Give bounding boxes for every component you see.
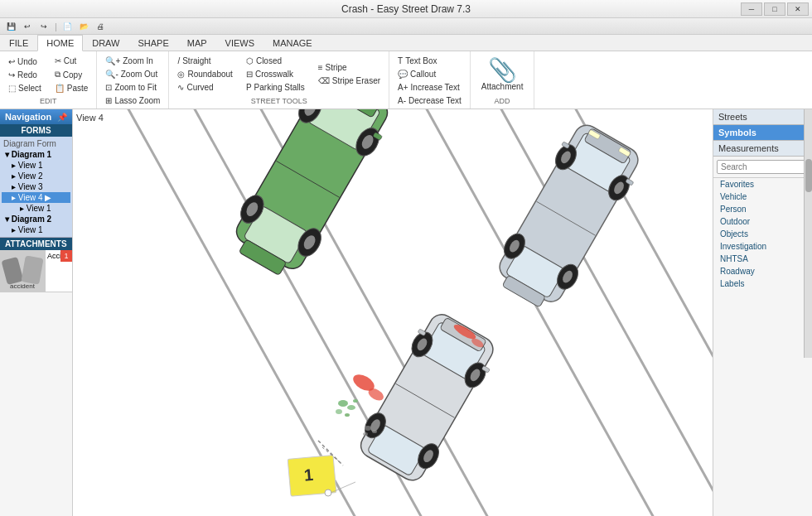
attachment-badge: 1 [60, 250, 72, 262]
diagram-tree: Diagram Form ▾ Diagram 1 ▸ View 1 ▸ View… [0, 137, 72, 237]
svg-point-68 [353, 399, 358, 403]
canvas-area[interactable]: View 4 [73, 109, 713, 516]
diagram-svg[interactable]: 1 [73, 109, 713, 516]
btn-attachment[interactable]: 📎 Attachment [476, 55, 529, 95]
qa-redo[interactable]: ↪ [36, 20, 51, 33]
svg-point-69 [345, 413, 350, 417]
cat-labels[interactable]: Labels [713, 277, 812, 290]
attachments-section: ATTACHMENTS accident AccidentCropp... [0, 238, 72, 516]
ribbon-group-street-tools: /Straight ◎Roundabout ∿Curved ⬡Closed ⊟C… [169, 51, 389, 109]
tab-home[interactable]: HOME [37, 35, 83, 51]
ribbon-group-edit: ↩Undo ↪Redo ⬚Select ✂Cut ⧉Copy 📋Paste ED… [0, 51, 97, 109]
main-area: Navigation 📌 FORMS Diagram Form ▾ Diagra… [0, 109, 812, 516]
btn-curved[interactable]: ∿Curved [174, 81, 236, 94]
btn-lasso-zoom[interactable]: ⊞Lasso Zoom [102, 94, 163, 107]
btn-parking-stalls[interactable]: PParking Stalls [243, 81, 308, 94]
cat-objects[interactable]: Objects [713, 228, 812, 240]
tree-view3-d1[interactable]: ▸ View 3 [2, 181, 70, 192]
tab-manage[interactable]: MANAGE [263, 35, 321, 51]
ribbon-group-add: 📎 Attachment ADD [471, 51, 535, 109]
tree-view1-d2[interactable]: ▸ View 1 [2, 224, 70, 235]
tree-view1-v4[interactable]: ▸ View 1 [2, 203, 70, 214]
diagram-form-label: Diagram Form [2, 138, 70, 149]
tree-diagram1[interactable]: ▾ Diagram 1 [2, 149, 70, 160]
btn-cut[interactable]: ✂Cut [51, 55, 92, 67]
btn-zoom-out[interactable]: 🔍-Zoom Out [102, 68, 163, 80]
btn-roundabout[interactable]: ◎Roundabout [174, 68, 236, 80]
btn-copy[interactable]: ⧉Copy [51, 68, 92, 81]
edit-group-label: EDIT [40, 95, 57, 105]
ribbon-group-view: 🔍+Zoom In 🔍-Zoom Out ⊡Zoom to Fit ⊞Lasso… [97, 51, 169, 109]
close-button[interactable]: ✕ [787, 2, 809, 16]
left-panel: Navigation 📌 FORMS Diagram Form ▾ Diagra… [0, 109, 73, 516]
tab-draw[interactable]: DRAW [83, 35, 128, 51]
view-label: View 4 [76, 113, 104, 123]
svg-text:1: 1 [303, 465, 314, 485]
tab-measurements[interactable]: Measurements [713, 141, 812, 157]
cat-outdoor[interactable]: Outdoor [713, 215, 812, 228]
tab-streets[interactable]: Streets [713, 109, 812, 125]
btn-select[interactable]: ⬚Select [5, 82, 45, 94]
cat-vehicle[interactable]: Vehicle [713, 190, 812, 203]
forms-section: FORMS Diagram Form ▾ Diagram 1 ▸ View 1 … [0, 124, 72, 238]
attachment-name: AccidentCropp... [46, 250, 60, 292]
btn-zoom-fit[interactable]: ⊡Zoom to Fit [102, 81, 163, 94]
minimize-button[interactable]: ─ [741, 2, 762, 16]
window-controls: ─ □ ✕ [741, 2, 809, 16]
navigation-header: Navigation 📌 [0, 109, 72, 124]
tab-views[interactable]: VIEWS [216, 35, 263, 51]
svg-text:accident: accident [10, 282, 36, 290]
nav-pin[interactable]: 📌 [57, 113, 67, 122]
cat-person[interactable]: Person [713, 203, 812, 215]
app-title: Crash - Easy Street Draw 7.3 [341, 3, 471, 15]
scrollbar-thumb[interactable] [805, 159, 812, 192]
cat-investigation[interactable]: Investigation [713, 240, 812, 253]
symbols-search [713, 157, 812, 178]
svg-point-66 [347, 405, 355, 410]
attachment-item[interactable]: accident AccidentCropp... 1 [0, 250, 72, 292]
svg-point-67 [336, 409, 342, 414]
btn-crosswalk[interactable]: ⊟Crosswalk [243, 68, 308, 80]
btn-increase-text[interactable]: A+Increase Text [394, 81, 465, 94]
svg-point-71 [372, 430, 377, 433]
svg-point-70 [365, 426, 371, 431]
btn-stripe[interactable]: ≡Stripe [315, 61, 384, 74]
tree-view1-d1[interactable]: ▸ View 1 [2, 160, 70, 171]
tree-view2-d1[interactable]: ▸ View 2 [2, 171, 70, 181]
maximize-button[interactable]: □ [764, 2, 785, 16]
svg-point-75 [325, 489, 331, 496]
qa-open[interactable]: 📂 [77, 20, 92, 33]
tree-diagram2[interactable]: ▾ Diagram 2 [2, 214, 70, 224]
qa-undo[interactable]: ↩ [20, 20, 35, 33]
symbol-categories: Favorites Vehicle Person Outdoor Objects… [713, 178, 812, 290]
svg-point-65 [338, 400, 348, 407]
qa-save[interactable]: 💾 [3, 20, 18, 33]
qa-new[interactable]: 📄 [60, 20, 75, 33]
btn-undo[interactable]: ↩Undo [5, 55, 45, 68]
right-panel: Streets Symbols Measurements Favorites V… [713, 109, 812, 516]
btn-closed[interactable]: ⬡Closed [243, 55, 308, 67]
nav-title: Navigation [5, 112, 51, 122]
btn-callout[interactable]: 💬Callout [394, 68, 465, 80]
btn-straight[interactable]: /Straight [174, 55, 236, 67]
btn-text-box[interactable]: TText Box [394, 55, 465, 67]
tab-map[interactable]: MAP [178, 35, 216, 51]
btn-paste[interactable]: 📋Paste [51, 82, 92, 94]
tab-symbols[interactable]: Symbols [713, 125, 812, 141]
symbols-search-input[interactable] [717, 160, 809, 174]
btn-redo[interactable]: ↪Redo [5, 69, 45, 81]
tab-shape[interactable]: SHAPE [128, 35, 177, 51]
btn-zoom-in[interactable]: 🔍+Zoom In [102, 55, 163, 67]
btn-stripe-eraser[interactable]: ⌫Stripe Eraser [315, 75, 384, 87]
ribbon: ↩Undo ↪Redo ⬚Select ✂Cut ⧉Copy 📋Paste ED… [0, 51, 812, 109]
qa-print[interactable]: 🖨 [94, 20, 109, 33]
cat-roadway[interactable]: Roadway [713, 265, 812, 277]
title-bar: Crash - Easy Street Draw 7.3 ─ □ ✕ [0, 0, 812, 18]
cat-favorites[interactable]: Favorites [713, 178, 812, 190]
btn-decrease-text[interactable]: A-Decrease Text [394, 94, 465, 107]
ribbon-group-text: TText Box 💬Callout A+Increase Text A-Dec… [389, 51, 471, 109]
tree-view4-d1[interactable]: ▸ View 4 ▶ [2, 192, 70, 203]
cat-nhtsa[interactable]: NHTSA [713, 253, 812, 265]
tab-file[interactable]: FILE [0, 35, 37, 51]
scrollbar[interactable] [804, 109, 812, 358]
